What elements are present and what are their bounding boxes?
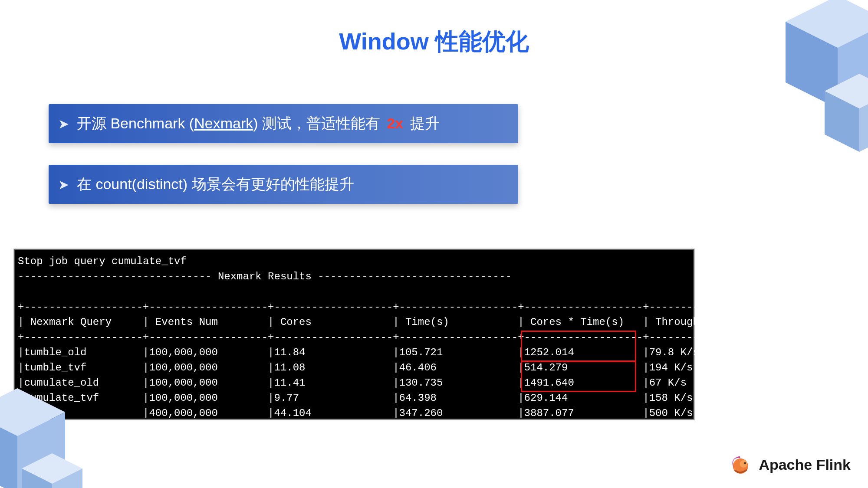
table-row: |cumulate_old |100,000,000 |11.41 |130.7… <box>18 375 690 390</box>
chevron-right-icon: ➤ <box>58 116 69 131</box>
svg-marker-10 <box>52 468 82 488</box>
table-divider: +-------------------+-------------------… <box>18 421 690 436</box>
terminal-line <box>18 284 690 299</box>
svg-point-13 <box>740 460 748 468</box>
table-header: | Nexmark Query | Events Num | Cores | T… <box>18 314 690 330</box>
table-row: |tumble_tvf |100,000,000 |11.08 |46.406 … <box>18 360 690 375</box>
table-row: |cumulate_tvf |100,000,000 |9.77 |64.398… <box>18 390 690 406</box>
svg-marker-8 <box>0 412 17 488</box>
squirrel-icon <box>729 452 753 477</box>
table-divider: +-------------------+-------------------… <box>18 330 690 345</box>
bullet-benchmark: ➤ 开源 Benchmark (Nexmark) 测试，普适性能有 2x 提升 <box>49 104 518 143</box>
svg-point-14 <box>744 462 746 464</box>
svg-marker-9 <box>22 453 82 484</box>
table-row: |tumble_old |100,000,000 |11.84 |105.721… <box>18 345 690 360</box>
bullet-text: 开源 Benchmark (Nexmark) 测试，普适性能有 2x 提升 <box>77 114 440 134</box>
terminal-line: Stop job query cumulate_tvf <box>18 254 690 269</box>
table-divider: +-------------------+-------------------… <box>18 299 690 314</box>
terminal-line: ------------------------------- Nexmark … <box>18 269 690 284</box>
brand-text: Apache Flink <box>759 456 851 473</box>
apache-flink-logo: Apache Flink <box>729 452 851 477</box>
table-row: |Total |400,000,000 |44.104 |347.260 |38… <box>18 406 690 421</box>
svg-marker-4 <box>859 91 868 152</box>
bullet-text: 在 count(distinct) 场景会有更好的性能提升 <box>77 174 354 194</box>
terminal-output: Stop job query cumulate_tvf ------------… <box>14 249 694 419</box>
svg-marker-3 <box>825 74 868 108</box>
svg-marker-5 <box>825 91 859 152</box>
highlight-2x: 2x <box>387 115 403 131</box>
text: 提升 <box>406 115 439 131</box>
bullet-count-distinct: ➤ 在 count(distinct) 场景会有更好的性能提升 <box>49 165 518 204</box>
decoration-cubes-icon <box>760 0 868 160</box>
text: ) 测试，普适性能有 <box>253 115 384 131</box>
text: 开源 Benchmark ( <box>77 115 194 131</box>
chevron-right-icon: ➤ <box>58 177 69 192</box>
slide-title: Window 性能优化 <box>0 26 868 58</box>
nexmark-link[interactable]: Nexmark <box>194 115 253 131</box>
svg-marker-11 <box>22 468 52 488</box>
